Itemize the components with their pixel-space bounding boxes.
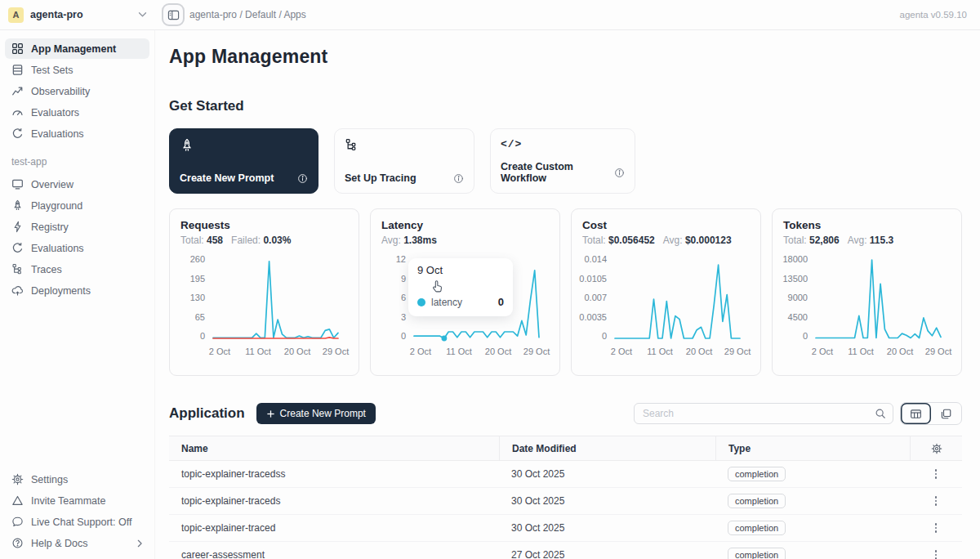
requests-chart-card: RequestsTotal: 458Failed: 0.03%260195130… <box>169 208 359 376</box>
sidebar-item-evaluators[interactable]: Evaluators <box>5 102 149 123</box>
series-tokens <box>816 260 941 338</box>
card-view-button[interactable] <box>931 403 961 424</box>
create-new-prompt-card[interactable]: Create New Prompt <box>169 128 318 194</box>
column-header-type[interactable]: Type <box>715 436 910 460</box>
info-icon[interactable] <box>453 173 464 184</box>
app-date-modified: 30 Oct 2025 <box>499 522 715 534</box>
sidebar-item-playground[interactable]: Playground <box>5 195 149 216</box>
info-icon[interactable] <box>614 168 625 178</box>
sidebar-item-app-management[interactable]: App Management <box>5 38 149 59</box>
sidebar-toggle-button[interactable] <box>162 3 185 26</box>
table-row[interactable]: career-assessment 27 Oct 2025 completion <box>169 542 962 559</box>
app-date-modified: 27 Oct 2025 <box>499 549 715 559</box>
app-name: topic-explainer-tracedss <box>169 468 499 480</box>
sidebar-item-deployments[interactable]: Deployments <box>5 280 149 301</box>
requests-line-chart[interactable] <box>212 254 344 342</box>
sidebar-item-label: Registry <box>31 221 69 233</box>
sidebar-item-invite-teammate[interactable]: Invite Teammate <box>5 490 149 511</box>
column-header-date-modified[interactable]: Date Modified <box>499 436 715 460</box>
y-tick-label: 0.007 <box>584 293 607 302</box>
chevron-down-icon <box>138 11 147 18</box>
sidebar-item-label: Traces <box>31 264 62 275</box>
sidebar-item-evaluations[interactable]: Evaluations <box>5 123 149 144</box>
workspace-switcher[interactable]: A agenta-pro <box>0 7 155 23</box>
y-axis-labels: 1800013500900045000 <box>783 254 814 342</box>
x-tick-label: 2 Oct <box>209 347 230 356</box>
y-tick-label: 65 <box>195 312 205 322</box>
stat-label: Total: <box>582 235 608 246</box>
sidebar-item-label: Evaluations <box>31 128 84 140</box>
info-icon[interactable] <box>297 173 308 184</box>
tooltip-value: 0 <box>498 296 504 308</box>
app-root: A agenta-pro agenta-pro / Default / Apps… <box>0 0 980 559</box>
y-tick-label: 6 <box>401 293 406 302</box>
latency-chart-card: LatencyAvg: 1.38ms1296302 Oct11 Oct20 Oc… <box>370 208 560 376</box>
stat-label: Total: <box>783 235 809 246</box>
create-custom-workflow-card[interactable]: </> Create Custom Workflow <box>490 128 635 194</box>
breadcrumb[interactable]: agenta-pro / Default / Apps <box>189 9 306 20</box>
column-header-name[interactable]: Name <box>169 443 499 454</box>
row-actions-menu-icon[interactable] <box>935 550 938 559</box>
sidebar-item-traces[interactable]: Traces <box>5 259 149 280</box>
x-tick-label: 2 Oct <box>611 347 632 356</box>
chart-plot-area: 260195130650 <box>180 254 348 342</box>
chart-stats: Total: $0.056452Avg: $0.000123 <box>582 235 750 246</box>
sidebar-item-label: Help & Docs <box>31 538 87 549</box>
series-requests <box>213 262 338 338</box>
y-tick-label: 260 <box>190 254 205 264</box>
x-axis-labels: 2 Oct11 Oct20 Oct29 Oct <box>620 345 750 358</box>
x-tick-label: 20 Oct <box>686 347 712 356</box>
x-axis-labels: 2 Oct11 Oct20 Oct29 Oct <box>419 345 549 358</box>
table-row[interactable]: topic-explainer-traced 30 Oct 2025 compl… <box>169 515 962 542</box>
y-tick-label: 0 <box>803 331 808 341</box>
sidebar-item-settings[interactable]: Settings <box>5 469 149 490</box>
sidebar-item-live-chat-support[interactable]: Live Chat Support: Off <box>5 512 149 532</box>
chart-title: Cost <box>582 219 750 231</box>
x-axis-labels: 2 Oct11 Oct20 Oct29 Oct <box>821 345 951 358</box>
row-actions-menu-icon[interactable] <box>935 496 938 506</box>
row-actions-menu-icon[interactable] <box>935 523 938 533</box>
sidebar-item-help-docs[interactable]: Help & Docs <box>5 533 149 553</box>
cost-line-chart[interactable] <box>613 254 746 342</box>
application-heading: Application <box>169 405 245 422</box>
trace-tree-icon <box>11 263 24 275</box>
cost-chart-card: CostTotal: $0.056452Avg: $0.0001230.0140… <box>571 208 761 376</box>
x-tick-label: 20 Oct <box>887 347 913 356</box>
x-tick-label: 29 Oct <box>925 347 951 356</box>
gear-icon <box>11 473 24 485</box>
plot-svg-wrap <box>212 254 344 342</box>
stat-label: Failed: <box>231 235 263 246</box>
sidebar-item-label: App Management <box>31 43 116 55</box>
sidebar-item-label: Evaluators <box>31 107 79 119</box>
set-up-tracing-card[interactable]: Set Up Tracing <box>334 128 474 194</box>
row-actions-menu-icon[interactable] <box>935 469 938 479</box>
chart-title: Latency <box>381 219 549 231</box>
rocket-icon <box>11 199 24 212</box>
sidebar-item-overview[interactable]: Overview <box>5 174 149 195</box>
card-label: Create New Prompt <box>180 172 274 184</box>
x-tick-label: 20 Oct <box>485 347 511 356</box>
y-axis-labels: 0.0140.01050.0070.00350 <box>582 254 613 342</box>
sidebar-item-label: Settings <box>31 474 68 485</box>
sidebar-item-label: Test Sets <box>31 65 73 76</box>
sidebar-bottom-group: Settings Invite Teammate Live Chat Suppo… <box>5 469 149 554</box>
sidebar-item-label: Overview <box>31 179 74 190</box>
table-row[interactable]: topic-explainer-traceds 30 Oct 2025 comp… <box>169 488 962 515</box>
sidebar-item-test-sets[interactable]: Test Sets <box>5 60 149 80</box>
series-cost <box>615 265 740 338</box>
sidebar-item-registry[interactable]: Registry <box>5 217 149 237</box>
gauge-icon <box>11 106 24 119</box>
create-new-prompt-button[interactable]: Create New Prompt <box>256 403 376 424</box>
stat-value: $0.056452 <box>608 235 655 246</box>
table-view-button[interactable] <box>901 403 931 424</box>
column-settings-gear-icon[interactable] <box>931 443 942 454</box>
tokens-chart-card: TokensTotal: 52,806Avg: 115.318000135009… <box>772 208 962 376</box>
table-row[interactable]: topic-explainer-tracedss 30 Oct 2025 com… <box>169 461 962 488</box>
search-icon[interactable] <box>868 408 893 419</box>
search-input[interactable] <box>635 408 868 419</box>
sidebar-item-evaluations-app[interactable]: Evaluations <box>5 238 149 258</box>
sidebar-item-observability[interactable]: Observability <box>5 81 149 101</box>
tokens-line-chart[interactable] <box>814 254 947 342</box>
table-view-icon <box>910 408 922 420</box>
x-tick-label: 20 Oct <box>284 347 310 356</box>
